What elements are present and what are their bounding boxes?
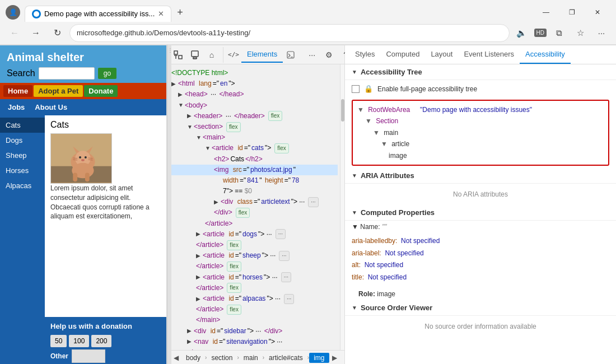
html-article-dogs[interactable]: ▶ <article id =" dogs "> ··· ···: [169, 229, 338, 240]
nav-donate[interactable]: Donate: [84, 85, 118, 97]
read-aloud-icon[interactable]: 🔈: [513, 24, 531, 42]
sidebar-horses[interactable]: Horses: [0, 163, 45, 178]
sidebar-sheep[interactable]: Sheep: [0, 148, 45, 163]
search-input[interactable]: [39, 67, 95, 80]
breadcrumb-main[interactable]: main: [239, 353, 263, 363]
more-devtools-icon[interactable]: ···: [304, 47, 320, 63]
donate-50[interactable]: 50: [50, 335, 67, 347]
nav-strip: Home Adopt a Pet Donate: [0, 83, 166, 99]
html-div-close-flex[interactable]: </div> flex: [169, 207, 338, 218]
devtools-tab-list: </> Elements: [223, 46, 301, 63]
tab-computed[interactable]: Computed: [380, 45, 425, 64]
source-order-section-header[interactable]: ▼ Source Order Viewer: [345, 300, 616, 316]
html-article-alpacas-close[interactable]: </article> flex: [169, 304, 338, 315]
breadcrumb-article-cats[interactable]: article#cats: [264, 353, 307, 363]
device-emulation-button[interactable]: [187, 47, 203, 63]
svg-point-0: [34, 11, 39, 17]
html-img-width[interactable]: width =" 841 " height =" 78: [169, 175, 338, 186]
html-scrollbar[interactable]: [340, 64, 344, 350]
elements-icon-button[interactable]: </>: [226, 47, 241, 63]
forward-button[interactable]: →: [27, 24, 45, 42]
accessibility-tree-section-header[interactable]: ▼ Accessibility Tree: [345, 64, 616, 80]
html-section[interactable]: ▼ <section> flex: [169, 122, 338, 132]
computed-properties-section-header[interactable]: ▼ Computed Properties: [345, 205, 616, 221]
split-screen-icon[interactable]: ⧉: [550, 24, 568, 42]
html-article-alpacas[interactable]: ▶ <article id =" alpacas "> ··· ···: [169, 293, 338, 304]
tab-close-button[interactable]: ✕: [158, 10, 164, 18]
refresh-button[interactable]: ↻: [48, 24, 66, 42]
svg-point-9: [81, 159, 85, 161]
html-article-dogs-close[interactable]: </article> flex: [169, 240, 338, 250]
svg-rect-21: [192, 51, 198, 57]
html-img-close[interactable]: 7"> == $0: [169, 186, 338, 197]
sidebar-alpacas[interactable]: Alpacas: [0, 178, 45, 193]
console-icon-button[interactable]: [283, 47, 298, 63]
html-scrollbar-thumb[interactable]: [341, 99, 344, 122]
tab-title: Demo page with accessibility iss...: [44, 10, 155, 18]
back-button[interactable]: ←: [6, 24, 24, 42]
other-amount-input[interactable]: [72, 349, 105, 363]
home-button[interactable]: ⌂: [204, 47, 220, 63]
breadcrumb-img[interactable]: img: [309, 353, 329, 363]
html-div-sidebar[interactable]: ▶ <div id =" sidebar "> ··· </div>: [169, 326, 338, 337]
html-doctype[interactable]: <!DOCTYPE html>: [169, 68, 338, 78]
html-head[interactable]: ▶ <head> ··· </head>: [169, 89, 338, 100]
tab-accessibility[interactable]: Accessibility: [520, 45, 571, 64]
html-article-close[interactable]: </article>: [169, 218, 338, 229]
tab-elements[interactable]: Elements: [241, 46, 283, 63]
html-main[interactable]: ▼ <main>: [169, 132, 338, 143]
html-article-sheep[interactable]: ▶ <article id =" sheep "> ··· ···: [169, 250, 338, 261]
tab-event-listeners[interactable]: Event Listeners: [458, 45, 520, 64]
html-main-close[interactable]: </main>: [169, 315, 338, 325]
tab-layout[interactable]: Layout: [425, 45, 458, 64]
settings-devtools-icon[interactable]: ⚙: [321, 47, 337, 63]
breadcrumb-forward-button[interactable]: ▶: [329, 352, 340, 363]
go-button[interactable]: go: [98, 68, 116, 79]
donate-100[interactable]: 100: [69, 335, 89, 347]
donate-200[interactable]: 200: [91, 335, 111, 347]
breadcrumb-body[interactable]: body: [181, 353, 205, 363]
lorem-text: Lorem ipsum dolor, sit amet consectetur …: [50, 184, 161, 221]
tree-article[interactable]: ▼ article: [357, 138, 604, 150]
nav-home[interactable]: Home: [3, 85, 32, 97]
html-article-horses[interactable]: ▶ <article id =" horses "> ··· ···: [169, 272, 338, 283]
html-header[interactable]: ▶ <header> ··· </header> flex: [169, 111, 338, 122]
tree-root[interactable]: ▼ RootWebArea "Demo page with accessibil…: [357, 104, 604, 115]
sidebar-dogs[interactable]: Dogs: [0, 133, 45, 148]
html-article-cats[interactable]: ▼ <article id =" cats "> flex: [169, 143, 338, 153]
nav-jobs[interactable]: Jobs: [3, 101, 29, 113]
html-nav-sitenavigation[interactable]: ▶ <nav id =" sitenavigation "> ···: [169, 337, 338, 347]
html-div-articletext[interactable]: ▶ <div class =" articletext "> ··· ···: [169, 197, 338, 207]
breadcrumb-section[interactable]: section: [207, 353, 237, 363]
aria-section: aria-labelledby: Not specified aria-labe…: [345, 233, 616, 288]
panel-content: ▼ Accessibility Tree 🔒 Enable full-page …: [345, 64, 616, 364]
nav-adopt[interactable]: Adopt a Pet: [34, 85, 83, 97]
tab-styles[interactable]: Styles: [349, 45, 380, 64]
html-scroll: <!DOCTYPE html> ▶ <html lang =" en "> ▶ …: [167, 64, 344, 350]
aria-attributes-section-header[interactable]: ▼ ARIA Attributes: [345, 168, 616, 184]
new-tab-button[interactable]: +: [171, 3, 189, 22]
help-section: Help us with a donation 50 100 200 Other: [45, 317, 166, 364]
html-article-horses-close[interactable]: </article> flex: [169, 283, 338, 293]
html-article-sheep-close[interactable]: </article> flex: [169, 261, 338, 272]
breadcrumb-back-button[interactable]: ◀: [170, 352, 181, 363]
a11y-tree: ▼ RootWebArea "Demo page with accessibil…: [352, 100, 609, 166]
nav-about[interactable]: About Us: [30, 101, 72, 113]
tree-main[interactable]: ▼ main: [357, 127, 604, 138]
favorites-icon[interactable]: ☆: [571, 24, 589, 42]
html-html-tag[interactable]: ▶ <html lang =" en ">: [169, 78, 338, 89]
enable-checkbox[interactable]: [352, 85, 360, 93]
sidebar-cats[interactable]: Cats: [0, 118, 45, 133]
tree-section[interactable]: ▼ Section: [357, 115, 604, 127]
close-button[interactable]: ✕: [585, 3, 610, 21]
minimize-button[interactable]: —: [533, 3, 559, 21]
active-tab[interactable]: Demo page with accessibility iss... ✕: [25, 6, 171, 22]
html-img-cat[interactable]: <img src =" photos/cat.jpg ": [169, 165, 338, 175]
maximize-button[interactable]: ❐: [559, 3, 585, 21]
computed-name-row: ▼ Name: "": [345, 221, 616, 233]
html-h2-cats[interactable]: <h2> Cats </h2>: [169, 154, 338, 165]
url-bar[interactable]: microsoftedge.github.io/Demos/devtools-a…: [69, 24, 510, 42]
more-options-icon[interactable]: ···: [592, 24, 610, 42]
html-body-open[interactable]: ▼ <body>: [169, 100, 338, 111]
tree-image[interactable]: image: [357, 150, 604, 161]
